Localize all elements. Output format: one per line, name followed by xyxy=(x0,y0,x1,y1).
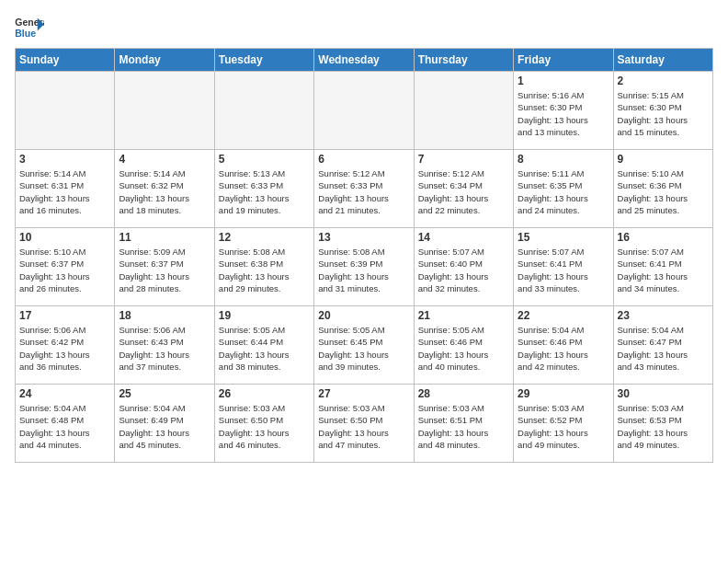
day-number: 18 xyxy=(119,309,210,322)
calendar-cell: 22Sunrise: 5:04 AM Sunset: 6:46 PM Dayli… xyxy=(514,306,613,385)
day-info: Sunrise: 5:10 AM Sunset: 6:36 PM Dayligh… xyxy=(618,167,709,216)
day-info: Sunrise: 5:04 AM Sunset: 6:48 PM Dayligh… xyxy=(19,402,110,451)
day-info: Sunrise: 5:04 AM Sunset: 6:46 PM Dayligh… xyxy=(518,324,609,373)
day-info: Sunrise: 5:06 AM Sunset: 6:43 PM Dayligh… xyxy=(119,324,210,373)
day-info: Sunrise: 5:03 AM Sunset: 6:51 PM Dayligh… xyxy=(418,402,509,451)
day-number: 4 xyxy=(119,153,210,166)
calendar-cell: 15Sunrise: 5:07 AM Sunset: 6:41 PM Dayli… xyxy=(514,228,613,306)
day-number: 2 xyxy=(618,75,709,87)
day-number: 23 xyxy=(618,309,709,322)
calendar-cell xyxy=(314,72,414,150)
calendar-week-4: 17Sunrise: 5:06 AM Sunset: 6:42 PM Dayli… xyxy=(16,306,713,385)
day-info: Sunrise: 5:11 AM Sunset: 6:35 PM Dayligh… xyxy=(518,167,609,216)
weekday-header-sunday: Sunday xyxy=(16,49,115,72)
logo: General Blue xyxy=(15,15,44,40)
day-number: 16 xyxy=(618,231,709,244)
weekday-header-friday: Friday xyxy=(514,49,613,72)
day-info: Sunrise: 5:03 AM Sunset: 6:50 PM Dayligh… xyxy=(318,402,409,451)
day-number: 24 xyxy=(19,387,110,400)
calendar-body: 1Sunrise: 5:16 AM Sunset: 6:30 PM Daylig… xyxy=(16,72,713,463)
calendar-cell: 12Sunrise: 5:08 AM Sunset: 6:38 PM Dayli… xyxy=(214,228,313,306)
day-number: 3 xyxy=(19,153,110,166)
day-info: Sunrise: 5:05 AM Sunset: 6:45 PM Dayligh… xyxy=(318,324,409,373)
calendar-cell xyxy=(16,72,115,150)
day-info: Sunrise: 5:15 AM Sunset: 6:30 PM Dayligh… xyxy=(618,89,709,138)
day-info: Sunrise: 5:16 AM Sunset: 6:30 PM Dayligh… xyxy=(518,89,609,138)
day-number: 25 xyxy=(119,387,210,400)
weekday-header-wednesday: Wednesday xyxy=(314,49,414,72)
day-info: Sunrise: 5:14 AM Sunset: 6:31 PM Dayligh… xyxy=(19,167,110,216)
calendar-cell: 30Sunrise: 5:03 AM Sunset: 6:53 PM Dayli… xyxy=(613,385,712,463)
calendar-cell: 2Sunrise: 5:15 AM Sunset: 6:30 PM Daylig… xyxy=(613,72,712,150)
day-info: Sunrise: 5:07 AM Sunset: 6:41 PM Dayligh… xyxy=(618,246,709,294)
day-number: 15 xyxy=(518,231,609,244)
day-number: 1 xyxy=(518,75,609,87)
weekday-header-row: SundayMondayTuesdayWednesdayThursdayFrid… xyxy=(16,49,713,72)
calendar-cell xyxy=(414,72,513,150)
calendar-cell: 4Sunrise: 5:14 AM Sunset: 6:32 PM Daylig… xyxy=(115,150,214,228)
day-number: 7 xyxy=(418,153,509,166)
day-number: 5 xyxy=(219,153,310,166)
calendar-cell: 18Sunrise: 5:06 AM Sunset: 6:43 PM Dayli… xyxy=(115,306,214,385)
day-number: 11 xyxy=(119,231,210,244)
day-number: 22 xyxy=(518,309,609,322)
day-info: Sunrise: 5:12 AM Sunset: 6:34 PM Dayligh… xyxy=(418,167,509,216)
day-info: Sunrise: 5:13 AM Sunset: 6:33 PM Dayligh… xyxy=(219,167,310,216)
calendar-table: SundayMondayTuesdayWednesdayThursdayFrid… xyxy=(15,48,713,463)
day-info: Sunrise: 5:10 AM Sunset: 6:37 PM Dayligh… xyxy=(19,246,110,294)
day-number: 20 xyxy=(318,309,409,322)
calendar-cell: 7Sunrise: 5:12 AM Sunset: 6:34 PM Daylig… xyxy=(414,150,513,228)
day-info: Sunrise: 5:12 AM Sunset: 6:33 PM Dayligh… xyxy=(318,167,409,216)
day-number: 9 xyxy=(618,153,709,166)
calendar-cell: 21Sunrise: 5:05 AM Sunset: 6:46 PM Dayli… xyxy=(414,306,513,385)
calendar-week-5: 24Sunrise: 5:04 AM Sunset: 6:48 PM Dayli… xyxy=(16,385,713,463)
day-number: 27 xyxy=(318,387,409,400)
calendar-cell: 1Sunrise: 5:16 AM Sunset: 6:30 PM Daylig… xyxy=(514,72,613,150)
day-number: 30 xyxy=(618,387,709,400)
calendar-cell: 25Sunrise: 5:04 AM Sunset: 6:49 PM Dayli… xyxy=(115,385,214,463)
calendar-cell: 13Sunrise: 5:08 AM Sunset: 6:39 PM Dayli… xyxy=(314,228,414,306)
calendar-week-3: 10Sunrise: 5:10 AM Sunset: 6:37 PM Dayli… xyxy=(16,228,713,306)
svg-text:Blue: Blue xyxy=(15,28,36,39)
weekday-header-saturday: Saturday xyxy=(613,49,712,72)
calendar-cell: 10Sunrise: 5:10 AM Sunset: 6:37 PM Dayli… xyxy=(16,228,115,306)
day-number: 26 xyxy=(219,387,310,400)
day-number: 6 xyxy=(318,153,409,166)
day-number: 8 xyxy=(518,153,609,166)
calendar-week-1: 1Sunrise: 5:16 AM Sunset: 6:30 PM Daylig… xyxy=(16,72,713,150)
day-number: 12 xyxy=(219,231,310,244)
day-number: 19 xyxy=(219,309,310,322)
calendar-cell: 16Sunrise: 5:07 AM Sunset: 6:41 PM Dayli… xyxy=(613,228,712,306)
calendar-cell: 24Sunrise: 5:04 AM Sunset: 6:48 PM Dayli… xyxy=(16,385,115,463)
logo-icon: General Blue xyxy=(15,15,44,40)
day-info: Sunrise: 5:03 AM Sunset: 6:53 PM Dayligh… xyxy=(618,402,709,451)
calendar-week-2: 3Sunrise: 5:14 AM Sunset: 6:31 PM Daylig… xyxy=(16,150,713,228)
day-info: Sunrise: 5:08 AM Sunset: 6:38 PM Dayligh… xyxy=(219,246,310,294)
calendar-cell: 20Sunrise: 5:05 AM Sunset: 6:45 PM Dayli… xyxy=(314,306,414,385)
day-number: 10 xyxy=(19,231,110,244)
calendar-cell: 11Sunrise: 5:09 AM Sunset: 6:37 PM Dayli… xyxy=(115,228,214,306)
calendar-cell: 26Sunrise: 5:03 AM Sunset: 6:50 PM Dayli… xyxy=(214,385,313,463)
calendar-cell xyxy=(214,72,313,150)
day-info: Sunrise: 5:09 AM Sunset: 6:37 PM Dayligh… xyxy=(119,246,210,294)
day-number: 14 xyxy=(418,231,509,244)
day-info: Sunrise: 5:06 AM Sunset: 6:42 PM Dayligh… xyxy=(19,324,110,373)
calendar-cell: 23Sunrise: 5:04 AM Sunset: 6:47 PM Dayli… xyxy=(613,306,712,385)
calendar-cell: 29Sunrise: 5:03 AM Sunset: 6:52 PM Dayli… xyxy=(514,385,613,463)
calendar-cell: 6Sunrise: 5:12 AM Sunset: 6:33 PM Daylig… xyxy=(314,150,414,228)
day-info: Sunrise: 5:14 AM Sunset: 6:32 PM Dayligh… xyxy=(119,167,210,216)
calendar-cell: 3Sunrise: 5:14 AM Sunset: 6:31 PM Daylig… xyxy=(16,150,115,228)
calendar-cell: 28Sunrise: 5:03 AM Sunset: 6:51 PM Dayli… xyxy=(414,385,513,463)
calendar-cell: 8Sunrise: 5:11 AM Sunset: 6:35 PM Daylig… xyxy=(514,150,613,228)
day-number: 28 xyxy=(418,387,509,400)
calendar-cell: 9Sunrise: 5:10 AM Sunset: 6:36 PM Daylig… xyxy=(613,150,712,228)
day-info: Sunrise: 5:05 AM Sunset: 6:46 PM Dayligh… xyxy=(418,324,509,373)
calendar-cell: 19Sunrise: 5:05 AM Sunset: 6:44 PM Dayli… xyxy=(214,306,313,385)
day-number: 17 xyxy=(19,309,110,322)
calendar-cell xyxy=(115,72,214,150)
day-info: Sunrise: 5:07 AM Sunset: 6:41 PM Dayligh… xyxy=(518,246,609,294)
day-info: Sunrise: 5:08 AM Sunset: 6:39 PM Dayligh… xyxy=(318,246,409,294)
calendar-cell: 17Sunrise: 5:06 AM Sunset: 6:42 PM Dayli… xyxy=(16,306,115,385)
day-info: Sunrise: 5:04 AM Sunset: 6:47 PM Dayligh… xyxy=(618,324,709,373)
day-info: Sunrise: 5:04 AM Sunset: 6:49 PM Dayligh… xyxy=(119,402,210,451)
